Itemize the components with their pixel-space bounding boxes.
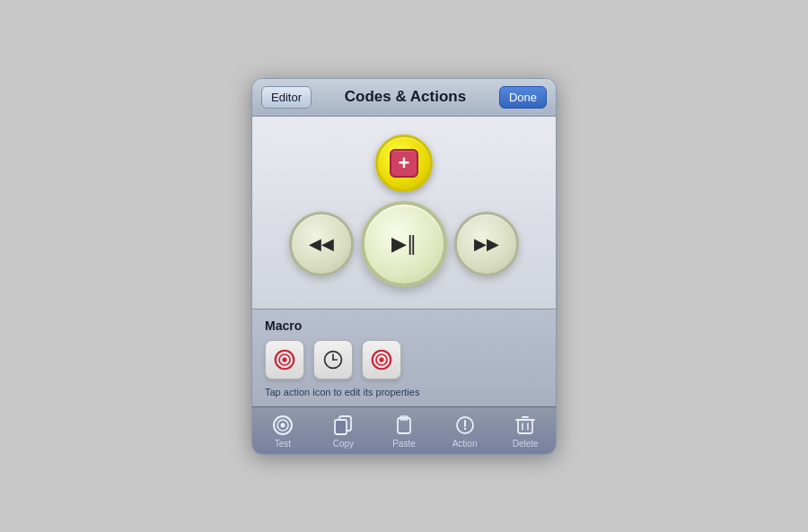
done-button[interactable]: Done: [499, 86, 547, 109]
target-icon-2: [371, 349, 392, 371]
phone-panel: Editor Codes & Actions Done ◀◀ ▶‖ ▶▶ Mac…: [251, 78, 557, 455]
delete-icon: [514, 414, 536, 436]
rewind-icon: ◀◀: [309, 234, 334, 254]
macro-action-icon-3[interactable]: [362, 340, 401, 379]
play-pause-button[interactable]: ▶‖: [361, 201, 447, 287]
macro-action-icon-1[interactable]: [265, 340, 304, 379]
svg-rect-13: [335, 420, 347, 434]
paste-icon: [393, 414, 415, 436]
macro-section: Macro: [252, 309, 556, 406]
toolbar-copy[interactable]: Copy: [313, 407, 374, 454]
action-icon: [454, 414, 476, 436]
header-title: Codes & Actions: [312, 88, 499, 106]
clock-icon: [322, 349, 344, 371]
play-pause-icon: ▶‖: [391, 232, 417, 256]
svg-point-8: [379, 357, 383, 362]
fast-forward-icon: ▶▶: [474, 234, 499, 254]
copy-icon: [332, 414, 354, 436]
toolbar: Test Copy Paste Action: [252, 406, 556, 454]
svg-rect-19: [518, 420, 532, 433]
bottom-row: ◀◀ ▶‖ ▶▶: [289, 201, 519, 287]
svg-point-2: [282, 357, 286, 362]
target-icon-1: [274, 349, 295, 371]
top-button-wrap: [375, 135, 433, 192]
toolbar-paste[interactable]: Paste: [373, 407, 435, 454]
svg-point-18: [463, 427, 465, 429]
copy-label: Copy: [333, 439, 354, 449]
macro-icons-row: [265, 340, 543, 379]
macro-label: Macro: [265, 318, 543, 333]
delete-label: Delete: [513, 439, 539, 449]
toolbar-delete[interactable]: Delete: [495, 407, 556, 454]
test-icon: [272, 414, 294, 436]
paste-label: Paste: [392, 439, 416, 449]
action-label: Action: [452, 439, 478, 449]
macro-hint: Tap action icon to edit its properties: [265, 387, 543, 401]
rewind-button[interactable]: ◀◀: [289, 212, 354, 276]
header: Editor Codes & Actions Done: [252, 79, 556, 117]
remote-area: ◀◀ ▶‖ ▶▶: [252, 117, 556, 309]
test-label: Test: [275, 439, 291, 449]
plus-icon: [390, 149, 418, 178]
top-remote-button[interactable]: [375, 135, 433, 192]
fast-forward-button[interactable]: ▶▶: [454, 212, 519, 276]
svg-point-11: [280, 423, 285, 427]
toolbar-test[interactable]: Test: [252, 407, 313, 454]
editor-button[interactable]: Editor: [261, 86, 312, 109]
macro-action-icon-2[interactable]: [313, 340, 353, 379]
toolbar-action[interactable]: Action: [435, 407, 496, 454]
